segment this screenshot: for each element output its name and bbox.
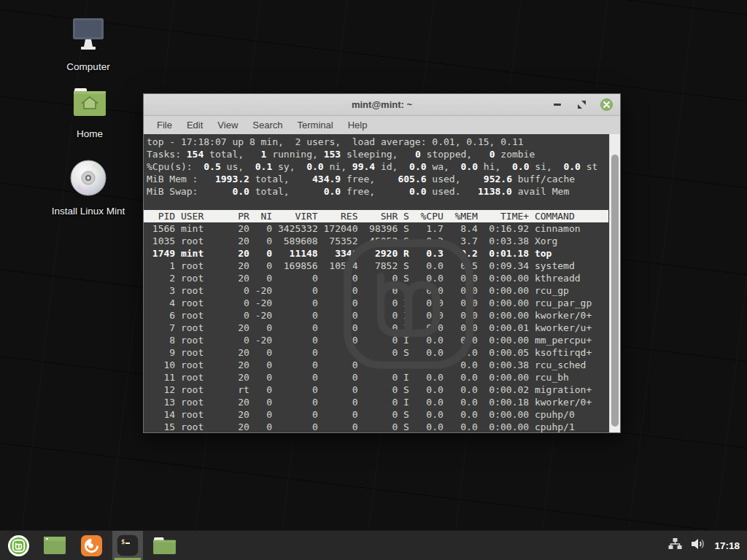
process-row: 2root200000S0.00.00:00.00kthreadd <box>144 272 608 284</box>
terminal-scrollbar[interactable] <box>609 134 620 432</box>
taskbar-clock[interactable]: 17:18 <box>714 540 740 551</box>
column-header: %MEM <box>449 210 478 222</box>
top-summary-line: %Cpu(s): 0.5 us, 0.1 sy, 0.0 ni, 99.4 id… <box>144 160 608 173</box>
scrollbar-thumb[interactable] <box>611 155 619 427</box>
column-header: PID <box>147 210 175 222</box>
window-title: mint@mint: ~ <box>352 99 412 110</box>
folder-icon <box>152 536 177 556</box>
mint-menu-button[interactable] <box>3 531 34 560</box>
svg-text:$: $ <box>121 538 125 545</box>
desktop[interactable]: Computer Home <box>0 0 747 530</box>
column-header: RES <box>324 210 358 222</box>
top-summary-line: top - 17:18:07 up 8 min, 2 users, load a… <box>144 136 608 148</box>
process-row: 1root200169856105247852S0.00.50:09.34sys… <box>144 260 608 272</box>
taskbar: $ 17: <box>0 530 747 560</box>
system-tray: 17:18 <box>668 531 747 560</box>
restore-icon <box>577 100 587 109</box>
column-header: USER <box>181 210 227 222</box>
terminal-icon: $ <box>116 534 139 557</box>
desktop-window-icon <box>43 536 66 555</box>
menu-edit[interactable]: Edit <box>179 118 210 132</box>
maximize-button[interactable] <box>576 98 588 111</box>
process-row: 1566mint200342533217204098396S1.78.40:16… <box>144 222 608 235</box>
column-header: NI <box>255 210 272 222</box>
process-table: 1566mint200342533217204098396S1.78.40:16… <box>144 222 608 432</box>
column-header: TIME+ <box>484 210 530 222</box>
top-summary-line: Tasks: 154 total, 1 running, 153 sleepin… <box>144 148 608 160</box>
process-row: 13root200000I0.00.00:00.18kworker/0+ <box>144 396 608 408</box>
column-header: VIRT <box>278 210 318 222</box>
blank-line <box>144 198 608 210</box>
process-row: 10root200000I0.00.00:00.38rcu_sched <box>144 359 608 371</box>
process-row: 8root0-20000I0.00.00:00.00mm_percpu+ <box>144 334 608 346</box>
taskbar-launchers: $ <box>0 531 179 560</box>
home-folder-icon <box>71 86 108 122</box>
show-desktop-button[interactable] <box>39 531 70 560</box>
process-row: 1035root2005896087535245052S0.33.70:03.3… <box>144 235 608 247</box>
menu-bar: File Edit View Search Terminal Help <box>144 116 620 134</box>
files-launcher[interactable] <box>149 531 179 560</box>
process-row: 7root200000I0.00.00:00.01kworker/u+ <box>144 322 608 334</box>
network-icon[interactable] <box>668 537 682 553</box>
process-row: 12rootrt0000S0.00.00:00.02migration+ <box>144 384 608 396</box>
menu-view[interactable]: View <box>210 118 245 132</box>
column-header: SHR <box>363 210 398 222</box>
desktop-icon-home[interactable]: Home <box>46 86 133 139</box>
desktop-icon-label: Computer <box>66 61 109 72</box>
top-summary-line: MiB Swap: 0.0 total, 0.0 free, 0.0 used.… <box>144 185 608 198</box>
process-row: 1749mint2001114833482920R0.30.20:01.18to… <box>144 247 608 260</box>
terminal-window: mint@mint: ~ File Edit View <box>143 93 621 433</box>
process-table-header: PIDUSERPRNIVIRTRESSHRS%CPU%MEMTIME+COMMA… <box>144 210 608 222</box>
desktop-icon-install-linux-mint[interactable]: Install Linux Mint <box>44 159 132 217</box>
desktop-icon-label: Home <box>77 128 103 139</box>
process-row: 14root200000S0.00.00:00.00cpuhp/0 <box>144 408 608 421</box>
firefox-launcher[interactable] <box>76 531 107 560</box>
volume-icon[interactable] <box>691 537 705 553</box>
close-icon <box>603 101 610 108</box>
process-row: 6root0-20000I0.00.00:00.00kworker/0+ <box>144 309 608 322</box>
menu-terminal[interactable]: Terminal <box>290 118 341 132</box>
column-header: S <box>403 210 409 222</box>
column-header: %CPU <box>415 210 444 222</box>
desktop-icon-label: Install Linux Mint <box>52 206 125 217</box>
process-row: 15root200000S0.00.00:00.00cpuhp/1 <box>144 421 608 432</box>
terminal-content[interactable]: top - 17:18:07 up 8 min, 2 users, load a… <box>144 134 620 432</box>
computer-icon <box>69 16 107 55</box>
minimize-button[interactable] <box>551 98 563 111</box>
desktop-icon-computer[interactable]: Computer <box>44 16 132 72</box>
process-row: 11root200000I0.00.00:00.00rcu_bh <box>144 371 608 384</box>
process-row: 3root0-20000I0.00.00:00.00rcu_gp <box>144 284 608 297</box>
top-summary-line: MiB Mem : 1993.2 total, 434.9 free, 605.… <box>144 173 608 185</box>
column-header: COMMAND <box>535 210 608 222</box>
process-row: 4root0-20000I0.00.00:00.00rcu_par_gp <box>144 297 608 309</box>
close-button[interactable] <box>600 98 613 111</box>
install-disc-icon <box>69 159 107 200</box>
menu-search[interactable]: Search <box>245 118 290 132</box>
process-row: 9root200000S0.00.00:00.05ksoftirqd+ <box>144 346 608 359</box>
column-header: PR <box>232 210 249 222</box>
window-titlebar[interactable]: mint@mint: ~ <box>144 94 620 116</box>
window-controls <box>551 94 613 115</box>
mint-logo-icon <box>7 534 30 557</box>
top-summary: top - 17:18:07 up 8 min, 2 users, load a… <box>144 136 608 198</box>
menu-file[interactable]: File <box>150 118 179 132</box>
firefox-icon <box>80 534 103 557</box>
menu-help[interactable]: Help <box>341 118 375 132</box>
terminal-taskbar-item[interactable]: $ <box>112 531 143 560</box>
